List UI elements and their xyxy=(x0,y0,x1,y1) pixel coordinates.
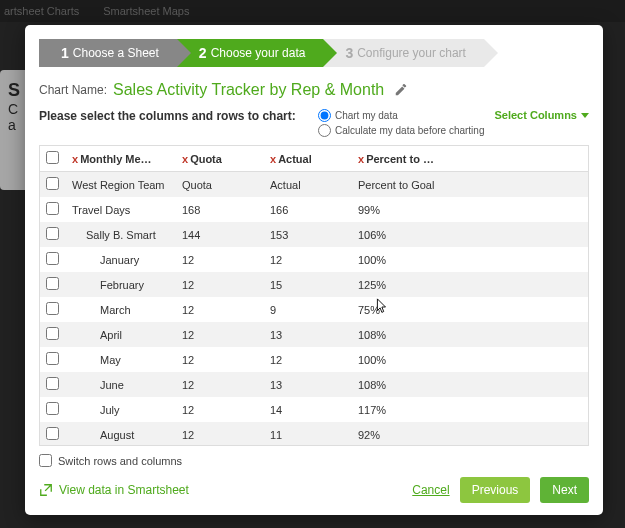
grid-scroll[interactable]: xMonthly Me… xQuota xActual xPercent to … xyxy=(40,146,588,445)
chart-name-row: Chart Name: Sales Activity Tracker by Re… xyxy=(39,81,589,99)
col-header-2[interactable]: xQuota xyxy=(176,146,264,172)
row-checkbox[interactable] xyxy=(46,427,59,440)
cell: Quota xyxy=(176,172,264,198)
step-2[interactable]: 2 Choose your data xyxy=(177,39,324,67)
row-checkbox[interactable] xyxy=(46,227,59,240)
previous-button[interactable]: Previous xyxy=(460,477,531,503)
cell: 106% xyxy=(352,222,588,247)
radio-chart-my-data-input[interactable] xyxy=(318,109,331,122)
wizard-modal: 1 Choose a Sheet 2 Choose your data 3 Co… xyxy=(25,25,603,515)
cell: 153 xyxy=(264,222,352,247)
cell: 14 xyxy=(264,397,352,422)
table-row[interactable]: Sally B. Smart144153106% xyxy=(40,222,588,247)
table-row[interactable]: April1213108% xyxy=(40,322,588,347)
cell: 12 xyxy=(176,347,264,372)
cell: 12 xyxy=(176,247,264,272)
cell: 12 xyxy=(176,397,264,422)
cell: 9 xyxy=(264,297,352,322)
row-checkbox[interactable] xyxy=(46,327,59,340)
col-header-1[interactable]: xMonthly Me… xyxy=(66,146,176,172)
col-header-4[interactable]: xPercent to … xyxy=(352,146,588,172)
cell: 144 xyxy=(176,222,264,247)
cell: February xyxy=(66,272,176,297)
row-checkbox[interactable] xyxy=(46,377,59,390)
row-checkbox[interactable] xyxy=(46,302,59,315)
cell: 125% xyxy=(352,272,588,297)
cell: 166 xyxy=(264,197,352,222)
cell: April xyxy=(66,322,176,347)
table-row[interactable]: May1212100% xyxy=(40,347,588,372)
row-checkbox[interactable] xyxy=(46,277,59,290)
cell: 117% xyxy=(352,397,588,422)
remove-col-2-icon[interactable]: x xyxy=(182,153,188,165)
col-header-3[interactable]: xActual xyxy=(264,146,352,172)
select-all-checkbox[interactable] xyxy=(46,151,59,164)
header-row: xMonthly Me… xQuota xActual xPercent to … xyxy=(40,146,588,172)
cell: June xyxy=(66,372,176,397)
cell: 12 xyxy=(176,272,264,297)
data-grid: xMonthly Me… xQuota xActual xPercent to … xyxy=(39,145,589,446)
cell: 12 xyxy=(176,297,264,322)
switch-rows-cols-label: Switch rows and columns xyxy=(58,455,182,467)
cell: 108% xyxy=(352,322,588,347)
cell: 75% xyxy=(352,297,588,322)
cell: Percent to Goal xyxy=(352,172,588,198)
cell: 99% xyxy=(352,197,588,222)
cell: 13 xyxy=(264,322,352,347)
row-checkbox[interactable] xyxy=(46,352,59,365)
cell: Sally B. Smart xyxy=(66,222,176,247)
cancel-link[interactable]: Cancel xyxy=(412,483,449,497)
chart-name-value: Sales Activity Tracker by Rep & Month xyxy=(113,81,384,99)
cell: 100% xyxy=(352,247,588,272)
chart-mode-radios: Chart my data Calculate my data before c… xyxy=(318,109,485,139)
select-columns-dropdown[interactable]: Select Columns xyxy=(494,109,589,121)
table-row[interactable]: January1212100% xyxy=(40,247,588,272)
row-checkbox[interactable] xyxy=(46,177,59,190)
radio-chart-my-data[interactable]: Chart my data xyxy=(318,109,485,122)
next-button[interactable]: Next xyxy=(540,477,589,503)
row-checkbox[interactable] xyxy=(46,402,59,415)
cell: 13 xyxy=(264,372,352,397)
wizard-steps: 1 Choose a Sheet 2 Choose your data 3 Co… xyxy=(39,39,589,67)
cell: 168 xyxy=(176,197,264,222)
cell: 100% xyxy=(352,347,588,372)
row-checkbox[interactable] xyxy=(46,202,59,215)
cell: August xyxy=(66,422,176,445)
step-1[interactable]: 1 Choose a Sheet xyxy=(39,39,177,67)
table-row[interactable]: West Region TeamQuotaActualPercent to Go… xyxy=(40,172,588,198)
view-in-smartsheet-link[interactable]: View data in Smartsheet xyxy=(39,483,189,497)
cell: 108% xyxy=(352,372,588,397)
table-row[interactable]: March12975% xyxy=(40,297,588,322)
cell: 12 xyxy=(264,247,352,272)
caret-down-icon xyxy=(581,113,589,118)
row-checkbox[interactable] xyxy=(46,252,59,265)
table-row[interactable]: August121192% xyxy=(40,422,588,445)
cell: 12 xyxy=(176,422,264,445)
step-3[interactable]: 3 Configure your chart xyxy=(323,39,484,67)
cell: July xyxy=(66,397,176,422)
remove-col-1-icon[interactable]: x xyxy=(72,153,78,165)
table-row[interactable]: Travel Days16816699% xyxy=(40,197,588,222)
table-row[interactable]: June1213108% xyxy=(40,372,588,397)
remove-col-4-icon[interactable]: x xyxy=(358,153,364,165)
cell: Travel Days xyxy=(66,197,176,222)
radio-calculate-data[interactable]: Calculate my data before charting xyxy=(318,124,485,137)
cell: 15 xyxy=(264,272,352,297)
cell: West Region Team xyxy=(66,172,176,198)
table-row[interactable]: July1214117% xyxy=(40,397,588,422)
cell: 12 xyxy=(264,347,352,372)
edit-name-icon[interactable] xyxy=(394,83,408,97)
cell: 11 xyxy=(264,422,352,445)
radio-calculate-data-input[interactable] xyxy=(318,124,331,137)
cell: March xyxy=(66,297,176,322)
cell: January xyxy=(66,247,176,272)
table-row[interactable]: February1215125% xyxy=(40,272,588,297)
switch-rows-cols-checkbox[interactable] xyxy=(39,454,52,467)
cell: 92% xyxy=(352,422,588,445)
cell: Actual xyxy=(264,172,352,198)
cell: May xyxy=(66,347,176,372)
cell: 12 xyxy=(176,322,264,347)
cell: 12 xyxy=(176,372,264,397)
chart-name-label: Chart Name: xyxy=(39,83,107,97)
remove-col-3-icon[interactable]: x xyxy=(270,153,276,165)
